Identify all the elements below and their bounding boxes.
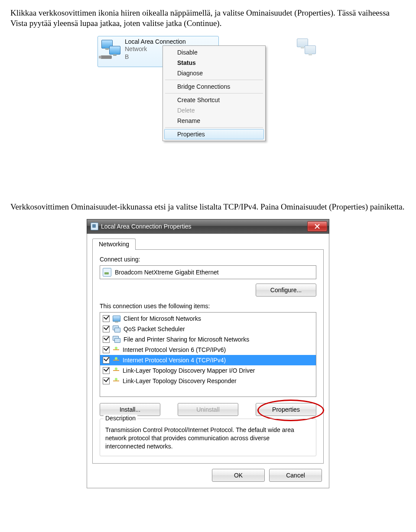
list-item[interactable]: Internet Protocol Version 6 (TCP/IPv6) [100, 345, 316, 355]
items-label: This connection uses the following items… [100, 303, 316, 310]
menu-item-bridge[interactable]: Bridge Connections [164, 81, 264, 92]
description-group: Description Transmission Control Protoco… [100, 419, 316, 456]
items-list[interactable]: Client for Microsoft Networks QoS Packet… [100, 312, 316, 397]
dialog-body: Networking Connect using: Broadcom NetXt… [87, 234, 329, 488]
menu-item-create-shortcut[interactable]: Create Shortcut [164, 95, 264, 105]
menu-separator [165, 80, 263, 80]
screenshot-context-menu: Local Area Connection Network B Disable … [98, 36, 318, 194]
close-button[interactable] [307, 221, 327, 232]
menu-item-rename[interactable]: Rename [164, 116, 264, 126]
menu-item-status[interactable]: Status [164, 58, 264, 68]
menu-item-disable[interactable]: Disable [164, 47, 264, 58]
protocol-icon [113, 347, 120, 353]
protocol-icon [113, 357, 120, 363]
tab-panel-networking: Connect using: Broadcom NetXtreme Gigabi… [92, 249, 324, 464]
context-menu: Disable Status Diagnose Bridge Connectio… [162, 45, 266, 141]
qos-icon [113, 326, 120, 332]
ok-button[interactable]: OK [212, 469, 265, 482]
checkbox-icon[interactable] [103, 336, 110, 343]
checkbox-icon[interactable] [103, 315, 110, 322]
close-icon [315, 224, 320, 229]
menu-separator [165, 93, 263, 94]
connect-using-label: Connect using: [100, 256, 316, 263]
item-label: Client for Microsoft Networks [124, 315, 201, 322]
menu-separator [165, 127, 263, 128]
description-text: Transmission Control Protocol/Internet P… [105, 426, 311, 451]
configure-button[interactable]: Configure... [256, 284, 316, 297]
item-label: Link-Layer Topology Discovery Responder [123, 377, 237, 384]
item-label: Internet Protocol Version 4 (TCP/IPv4) [123, 357, 226, 364]
nic-icon [103, 268, 111, 277]
menu-item-delete: Delete [164, 105, 264, 116]
paragraph-2: Verkkosovittimen Ominaisuudet-ikkunassa … [10, 202, 406, 212]
client-icon [113, 316, 120, 322]
list-item[interactable]: File and Printer Sharing for Microsoft N… [100, 334, 316, 345]
adapter-name: Broadcom NetXtreme Gigabit Ethernet [115, 269, 219, 276]
menu-item-properties[interactable]: Properties [164, 129, 264, 139]
screenshot-properties-dialog: Local Area Connection Properties Network… [87, 219, 329, 488]
item-label: QoS Packet Scheduler [124, 326, 185, 332]
checkbox-icon[interactable] [103, 367, 110, 374]
checkbox-icon[interactable] [103, 357, 110, 364]
item-label: Internet Protocol Version 6 (TCP/IPv6) [123, 346, 226, 353]
install-button[interactable]: Install... [100, 403, 160, 416]
connection-title: Local Area Connection [125, 38, 186, 46]
tab-networking[interactable]: Networking [92, 239, 136, 250]
connection-tile-faded [288, 36, 318, 67]
dialog-title-text: Local Area Connection Properties [101, 223, 192, 230]
checkbox-icon[interactable] [103, 326, 110, 332]
fileprint-icon [113, 336, 120, 343]
list-item[interactable]: Client for Microsoft Networks [100, 313, 316, 324]
uninstall-button: Uninstall [178, 403, 238, 416]
item-label: Link-Layer Topology Discovery Mapper I/O… [123, 367, 255, 374]
list-item-selected[interactable]: Internet Protocol Version 4 (TCP/IPv4) [100, 355, 316, 365]
list-item[interactable]: Link-Layer Topology Discovery Responder [100, 376, 316, 386]
list-item[interactable]: Link-Layer Topology Discovery Mapper I/O… [100, 365, 316, 376]
cancel-button[interactable]: Cancel [269, 469, 322, 482]
dialog-titlebar: Local Area Connection Properties [87, 219, 329, 234]
list-item[interactable]: QoS Packet Scheduler [100, 324, 316, 334]
protocol-icon [113, 368, 120, 374]
protocol-icon [113, 378, 120, 384]
checkbox-icon[interactable] [103, 377, 110, 384]
dialog-footer: OK Cancel [92, 464, 324, 484]
properties-button[interactable]: Properties [256, 403, 316, 416]
dialog-title-icon [91, 222, 98, 230]
adapter-field: Broadcom NetXtreme Gigabit Ethernet [100, 265, 316, 279]
checkbox-icon[interactable] [103, 346, 110, 353]
description-label: Description [104, 415, 137, 422]
item-label: File and Printer Sharing for Microsoft N… [124, 336, 249, 343]
menu-item-diagnose[interactable]: Diagnose [164, 68, 264, 78]
network-adapter-icon [101, 38, 121, 59]
paragraph-1: Klikkaa verkkosovittimen ikonia hiiren o… [10, 8, 406, 29]
